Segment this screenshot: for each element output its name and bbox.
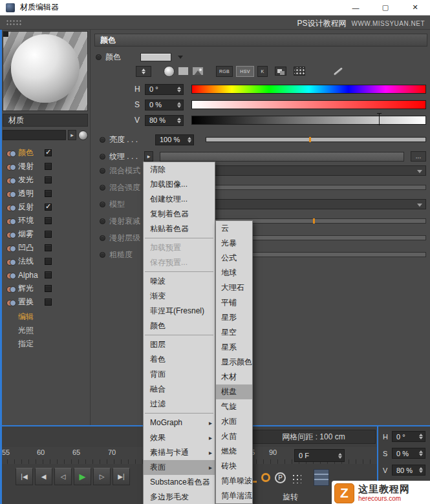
kelvin-mode-button[interactable]: K — [257, 66, 268, 77]
menu-item[interactable]: 着色 — [144, 352, 215, 367]
current-frame-field[interactable]: 0 F — [294, 449, 345, 462]
menu-item[interactable]: 加载预置 — [144, 240, 215, 255]
playback-button[interactable]: ◀ — [35, 468, 52, 485]
stepper-icon[interactable] — [176, 85, 182, 94]
channel-row[interactable]: 辉光 — [0, 282, 91, 295]
menu-item[interactable]: 清除 — [144, 162, 215, 177]
channel-row[interactable]: 透明 — [0, 187, 91, 200]
menu-item[interactable]: 噪波 — [144, 274, 215, 289]
coord-v-field[interactable]: 80 % — [392, 465, 425, 476]
model-combo[interactable] — [195, 199, 426, 209]
dots-grid-icon[interactable] — [290, 472, 301, 483]
channel-checkbox[interactable] — [45, 285, 52, 292]
menu-item[interactable]: 多边形毛发 — [144, 490, 215, 504]
channel-checkbox[interactable] — [45, 176, 52, 184]
submenu-item[interactable]: 燃烧 — [216, 444, 252, 459]
rgb-mode-button[interactable]: RGB — [216, 66, 233, 77]
playback-button[interactable]: ▷ — [93, 468, 111, 485]
menu-item[interactable]: 创建纹理... — [144, 192, 215, 207]
material-preview[interactable] — [3, 31, 88, 111]
layer-panel-icon[interactable] — [314, 469, 329, 486]
menu-item[interactable]: 过滤 — [144, 397, 215, 412]
menu-item[interactable]: 颜色 — [144, 319, 215, 333]
menu-item[interactable]: 图层 — [144, 337, 215, 352]
submenu-item[interactable]: 水面 — [216, 414, 252, 429]
submenu-item[interactable]: 公式 — [216, 251, 252, 266]
panel-grip-icon[interactable] — [6, 19, 21, 26]
expand-dot-icon[interactable] — [96, 54, 102, 60]
menu-item[interactable]: 粘贴着色器 — [144, 222, 215, 236]
menu-item[interactable]: 渐变 — [144, 289, 215, 304]
menu-item[interactable]: 效果 — [144, 430, 215, 445]
stepper-icon[interactable] — [418, 432, 424, 441]
submenu-item[interactable]: 砖块 — [216, 459, 252, 474]
material-name-field[interactable] — [3, 130, 66, 140]
stepper-icon[interactable] — [176, 100, 182, 109]
stepper-icon[interactable] — [418, 449, 424, 458]
spectrum-toggle-button[interactable] — [136, 66, 151, 77]
texture-dropdown-button[interactable]: ▸ — [144, 151, 153, 162]
color-wheel-icon[interactable] — [164, 66, 175, 77]
menu-item[interactable]: Substance着色器 — [144, 475, 215, 490]
swatch-pair-icon[interactable] — [275, 67, 286, 76]
menu-item[interactable]: 素描与卡通 — [144, 445, 215, 460]
submenu-item[interactable]: 星系 — [216, 340, 252, 355]
saturation-field[interactable]: 0 % — [145, 100, 184, 110]
submenu-item[interactable]: 简单噪波 — [216, 474, 252, 488]
submenu-item[interactable]: 地球 — [216, 266, 252, 280]
slider-handle[interactable] — [309, 137, 311, 142]
image-picker-icon[interactable] — [192, 67, 204, 76]
channel-row[interactable]: 凹凸 — [0, 241, 91, 255]
brightness-slider[interactable] — [206, 137, 426, 142]
minimize-button[interactable]: — — [341, 0, 371, 16]
stepper-icon[interactable] — [176, 116, 182, 125]
material-expand-icon[interactable]: ▸ — [68, 130, 76, 140]
menu-item[interactable]: 背面 — [144, 367, 215, 382]
submenu-item[interactable]: 气旋 — [216, 399, 252, 414]
saturation-gradient-slider[interactable] — [191, 100, 426, 109]
page-item[interactable]: 指定 — [0, 337, 91, 351]
channel-row[interactable]: 烟雾 — [0, 227, 91, 241]
mix-strength-slider[interactable] — [195, 185, 426, 190]
parametric-button[interactable]: P — [275, 472, 286, 483]
expand-dot-icon[interactable] — [100, 137, 105, 143]
channel-row[interactable]: 置换 — [0, 295, 91, 309]
channel-row[interactable]: 漫射 — [0, 160, 91, 173]
channel-checkbox[interactable] — [45, 299, 52, 306]
stepper-icon[interactable] — [186, 135, 192, 144]
submenu-item[interactable]: 木材 — [216, 370, 252, 384]
channel-checkbox[interactable] — [45, 149, 52, 156]
mix-mode-combo[interactable] — [195, 165, 426, 176]
channel-checkbox[interactable] — [45, 258, 52, 265]
texture-button[interactable] — [160, 152, 404, 162]
swatch-grid-icon[interactable] — [294, 67, 305, 76]
submenu-item[interactable]: 光暴 — [216, 236, 252, 251]
texture-browse-button[interactable]: ... — [411, 151, 426, 162]
channel-row[interactable]: 法线 — [0, 255, 91, 268]
preview-type-icon[interactable] — [78, 131, 88, 140]
swatch-caret-icon[interactable] — [178, 56, 183, 61]
brightness-field[interactable]: 100 % — [155, 134, 194, 145]
eyedropper-icon[interactable] — [334, 67, 343, 76]
submenu-item[interactable]: 大理石 — [216, 280, 252, 295]
channel-checkbox[interactable] — [45, 244, 52, 251]
channel-row[interactable]: 环境 — [0, 214, 91, 227]
hue-gradient-slider[interactable] — [191, 85, 426, 94]
channel-row[interactable]: 颜色 — [0, 146, 91, 160]
stepper-icon[interactable] — [337, 451, 343, 460]
submenu-item[interactable]: 星空 — [216, 325, 252, 340]
channel-checkbox[interactable] — [45, 231, 52, 238]
color-swatch[interactable] — [140, 53, 171, 61]
submenu-item[interactable]: 星形 — [216, 310, 252, 325]
submenu-item[interactable]: 平铺 — [216, 295, 252, 310]
submenu-item[interactable]: 简单湍流 — [216, 488, 252, 503]
menu-item[interactable]: MoGraph — [144, 415, 215, 430]
menu-item[interactable]: 融合 — [144, 382, 215, 397]
playback-button[interactable]: ◁ — [54, 468, 72, 485]
preview-sphere[interactable] — [11, 34, 80, 103]
submenu-item[interactable]: 云 — [216, 221, 252, 236]
stepper-icon[interactable] — [418, 466, 424, 475]
submenu-item[interactable]: 棋盘 — [216, 384, 252, 399]
channel-row[interactable]: 发光 — [0, 173, 91, 187]
color-box-icon[interactable] — [178, 67, 189, 76]
